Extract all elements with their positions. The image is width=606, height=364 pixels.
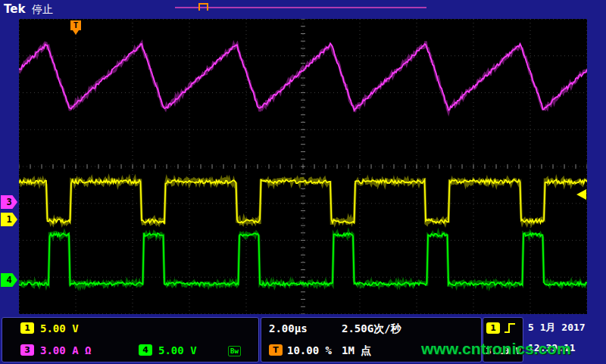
record-position-marker <box>198 3 208 11</box>
record-length: 1M 点 <box>342 344 371 358</box>
date-readout: 5 1月 2017 <box>528 321 586 334</box>
acquisition-status: 停止 <box>32 3 53 17</box>
ch3-ground-marker: 3 <box>1 195 17 209</box>
trigger-level-arrow-icon <box>576 189 586 200</box>
oscilloscope-screen: Tek 停止 T 3 1 4 1 5.00 V 3 3.00 A Ω 4 5.0… <box>0 0 606 364</box>
timebase: 2.00µs <box>269 322 308 334</box>
ch3-scale: 3.00 A Ω <box>40 344 91 356</box>
graticule-grid <box>19 19 587 314</box>
waveform-canvas <box>19 19 587 314</box>
graticule <box>19 19 587 314</box>
ch4-badge: 4 <box>139 344 152 356</box>
ch1-ground-marker: 1 <box>1 213 17 226</box>
trace-ch3-halo <box>19 42 587 113</box>
ch4-ground-marker: 4 <box>1 273 17 287</box>
ch1-badge: 1 <box>20 322 34 334</box>
trigger-position-flag: T <box>70 20 81 30</box>
record-view-bar <box>175 7 426 8</box>
ch4-bandwidth-icon: Bw <box>228 346 241 356</box>
channel-readouts-box: 1 5.00 V 3 3.00 A Ω 4 5.00 V Bw <box>2 317 259 362</box>
trigger-position-flag-tail <box>73 30 79 35</box>
trigger-position-badge: T <box>269 344 283 356</box>
watermark: www.cntronics.com <box>421 340 571 358</box>
trace-ch1-halo <box>19 179 587 225</box>
trace-ch4 <box>19 233 587 285</box>
ch3-badge: 3 <box>20 344 34 356</box>
ch4-scale: 5.00 V <box>158 344 197 356</box>
ch1-scale: 5.00 V <box>40 322 79 334</box>
brand-logo: Tek <box>4 2 25 16</box>
trigger-source-badge: 1 <box>486 322 500 334</box>
sample-rate: 2.50G次/秒 <box>342 322 401 336</box>
trigger-slope-icon <box>503 321 517 334</box>
trigger-position-readout: 10.00 % <box>287 344 332 356</box>
